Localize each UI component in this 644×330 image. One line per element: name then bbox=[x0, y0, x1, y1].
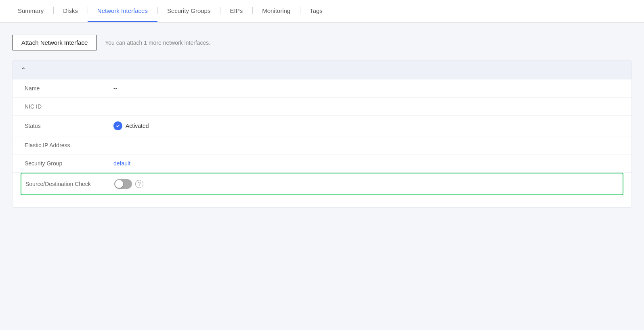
nic-security-group-value[interactable]: default bbox=[113, 160, 130, 167]
nic-src-dest-row: Source/Destination Check ? bbox=[21, 173, 623, 195]
nic-src-dest-value: ? bbox=[114, 179, 143, 189]
nic-id-row: NIC ID bbox=[13, 98, 631, 116]
nic-elastic-ip-row: Elastic IP Address bbox=[13, 136, 631, 155]
nic-status-label: Status bbox=[25, 123, 113, 129]
src-dest-toggle[interactable] bbox=[114, 179, 132, 189]
nic-card-body: Name -- NIC ID Status Acti bbox=[13, 79, 631, 207]
tab-summary[interactable]: Summary bbox=[8, 0, 53, 22]
src-dest-toggle-wrap: ? bbox=[114, 179, 143, 189]
nic-name-value: -- bbox=[113, 85, 117, 92]
main-content: Attach Network Interface You can attach … bbox=[0, 23, 644, 220]
tab-security-groups[interactable]: Security Groups bbox=[157, 0, 220, 22]
nic-security-group-row: Security Group default bbox=[13, 155, 631, 173]
tab-disks[interactable]: Disks bbox=[53, 0, 88, 22]
chevron-up-icon: ⌃ bbox=[21, 66, 26, 74]
tab-eips[interactable]: EIPs bbox=[220, 0, 252, 22]
nic-status-row: Status Activated bbox=[13, 116, 631, 136]
nic-name-row: Name -- bbox=[13, 79, 631, 98]
src-dest-help-icon[interactable]: ? bbox=[135, 180, 143, 188]
nic-id-label: NIC ID bbox=[25, 103, 113, 110]
attach-network-interface-button[interactable]: Attach Network Interface bbox=[12, 35, 97, 50]
tab-monitoring[interactable]: Monitoring bbox=[252, 0, 300, 22]
nic-name-label: Name bbox=[25, 85, 113, 92]
nic-src-dest-label: Source/Destination Check bbox=[25, 181, 114, 187]
tab-network-interfaces[interactable]: Network Interfaces bbox=[88, 0, 157, 22]
attach-row: Attach Network Interface You can attach … bbox=[12, 35, 632, 50]
nic-card: ⌃ Name -- NIC ID Status bbox=[12, 60, 632, 208]
attach-hint: You can attach 1 more network interfaces… bbox=[105, 40, 210, 46]
tab-bar: Summary Disks Network Interfaces Securit… bbox=[0, 0, 644, 23]
nic-card-header[interactable]: ⌃ bbox=[13, 61, 631, 79]
nic-security-group-label: Security Group bbox=[25, 160, 113, 167]
tab-tags[interactable]: Tags bbox=[300, 0, 332, 22]
nic-status-value: Activated bbox=[113, 121, 149, 130]
nic-elastic-ip-label: Elastic IP Address bbox=[25, 142, 113, 148]
activated-icon bbox=[113, 121, 122, 130]
